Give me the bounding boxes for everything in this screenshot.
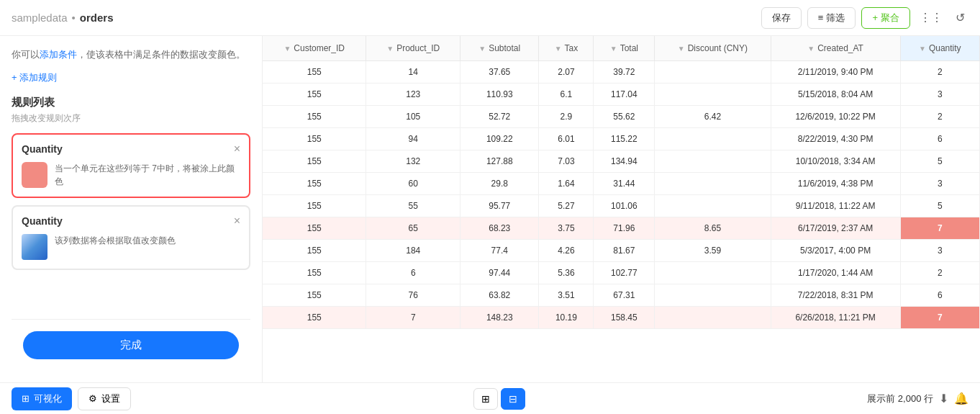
header-breadcrumb: sampledata • orders: [12, 12, 114, 24]
header-table-name: orders: [80, 12, 114, 24]
table-view-button[interactable]: ⊞: [473, 388, 498, 410]
plus-icon: +: [872, 12, 878, 23]
download-button[interactable]: ⬇: [939, 392, 948, 405]
left-panel: 你可以添加条件，使该表格中满足条件的数据改变颜色。 + 添加规则 规则列表 拖拽…: [0, 36, 263, 382]
cell-discount: [655, 84, 771, 106]
header-separator: •: [72, 12, 76, 24]
cell-product_id: 94: [366, 128, 460, 150]
table-row: 15594109.226.01115.228/22/2019, 4:30 PM6: [263, 128, 980, 150]
cell-subtotal: 97.44: [460, 262, 539, 284]
table-row: 1556568.233.7571.968.656/17/2019, 2:37 A…: [263, 217, 980, 240]
filter-button[interactable]: ≡ 筛选: [807, 7, 856, 29]
cell-total: 81.67: [594, 240, 655, 262]
table-row: 15510552.722.955.626.4212/6/2019, 10:22 …: [263, 106, 980, 128]
col-label-tax: Tax: [565, 43, 579, 53]
sort-icon-4: ▼: [555, 45, 562, 53]
cell-customer_id: 155: [263, 307, 366, 329]
table-row: 155132127.887.03134.9410/10/2018, 3:34 A…: [263, 150, 980, 173]
complete-button[interactable]: 完成: [23, 331, 239, 359]
cell-total: 31.44: [594, 173, 655, 195]
cell-customer_id: 155: [263, 240, 366, 262]
row-count-label: 展示前 2,000 行: [867, 392, 933, 405]
aggregate-button[interactable]: + 聚合: [861, 7, 910, 29]
cell-subtotal: 29.8: [460, 173, 539, 195]
rules-section: 规则列表 拖拽改变规则次序 Quantity × 当一个单元在这些列等于 7中时…: [12, 96, 250, 277]
cell-quantity: 2: [900, 61, 979, 84]
col-header-product-id[interactable]: ▼ Product_ID: [366, 36, 460, 61]
rule-card-1-title: Quantity: [22, 143, 63, 155]
cell-created_at: 12/6/2019, 10:22 PM: [771, 106, 900, 128]
cell-customer_id: 155: [263, 195, 366, 217]
cell-created_at: 11/6/2019, 4:38 PM: [771, 173, 900, 195]
cell-product_id: 132: [366, 150, 460, 173]
cell-quantity: 2: [900, 106, 979, 128]
col-header-tax[interactable]: ▼ Tax: [539, 36, 594, 61]
col-header-quantity[interactable]: ▼ Quantity: [900, 36, 979, 61]
col-header-created-at[interactable]: ▼ Created_AT: [771, 36, 900, 61]
cell-created_at: 7/22/2018, 8:31 PM: [771, 284, 900, 307]
visualize-button[interactable]: ⊞ 可视化: [12, 387, 72, 410]
cell-tax: 1.64: [539, 173, 594, 195]
cell-created_at: 6/26/2018, 11:21 PM: [771, 307, 900, 329]
cell-discount: 6.42: [655, 106, 771, 128]
settings-label: 设置: [101, 392, 120, 405]
save-button[interactable]: 保存: [761, 7, 802, 29]
rule-card-2-color-swatch[interactable]: [22, 234, 47, 260]
cell-total: 39.72: [594, 61, 655, 84]
cell-tax: 2.9: [539, 106, 594, 128]
cell-total: 134.94: [594, 150, 655, 173]
sort-icon-6: ▼: [678, 45, 685, 53]
table-row: 1557663.823.5167.317/22/2018, 8:31 PM6: [263, 284, 980, 307]
refresh-button[interactable]: ↺: [952, 7, 968, 28]
cell-created_at: 10/10/2018, 3:34 AM: [771, 150, 900, 173]
cell-created_at: 2/11/2019, 9:40 PM: [771, 61, 900, 84]
app-container: sampledata • orders 保存 ≡ 筛选 + 聚合 ⋮⋮ ↺ 你可…: [0, 0, 980, 414]
cell-tax: 4.26: [539, 240, 594, 262]
notification-button[interactable]: 🔔: [954, 392, 968, 405]
cell-customer_id: 155: [263, 284, 366, 307]
rules-title: 规则列表: [12, 96, 250, 109]
cell-quantity: 6: [900, 284, 979, 307]
cell-created_at: 5/15/2018, 8:04 AM: [771, 84, 900, 106]
rule-card-2: Quantity × 该列数据将会根据取值改变颜色: [12, 205, 250, 270]
cell-customer_id: 155: [263, 61, 366, 84]
header-actions: 保存 ≡ 筛选 + 聚合 ⋮⋮ ↺: [761, 7, 968, 29]
grid-view-button[interactable]: ⊟: [501, 388, 525, 410]
add-rule-button[interactable]: + 添加规则: [12, 71, 250, 84]
cell-tax: 6.1: [539, 84, 594, 106]
aggregate-label: 聚合: [881, 12, 899, 24]
rule-card-1-close-button[interactable]: ×: [234, 143, 240, 155]
rule-card-2-close-button[interactable]: ×: [234, 215, 240, 227]
rule-card-1-header: Quantity ×: [22, 143, 240, 155]
table-row: 15518477.44.2681.673.595/3/2017, 4:00 PM…: [263, 240, 980, 262]
add-condition-link[interactable]: 添加条件: [40, 49, 77, 60]
rule-card-1-color-swatch[interactable]: [22, 162, 47, 188]
right-panel[interactable]: ▼ Customer_ID ▼ Product_ID: [263, 36, 980, 382]
rule-card-1-description: 当一个单元在这些列等于 7中时，将被涂上此颜色: [55, 162, 240, 188]
col-header-customer-id[interactable]: ▼ Customer_ID: [263, 36, 366, 61]
rule-card-2-header: Quantity ×: [22, 215, 240, 227]
table-header-row: ▼ Customer_ID ▼ Product_ID: [263, 36, 980, 61]
cell-product_id: 6: [366, 262, 460, 284]
settings-button[interactable]: ⚙ 设置: [78, 387, 131, 410]
col-label-subtotal: Subtotal: [489, 43, 520, 53]
col-label-product-id: Product_ID: [396, 43, 440, 53]
col-header-total[interactable]: ▼ Total: [594, 36, 655, 61]
cell-product_id: 60: [366, 173, 460, 195]
cell-subtotal: 110.93: [460, 84, 539, 106]
col-header-subtotal[interactable]: ▼ Subtotal: [460, 36, 539, 61]
cell-quantity: 3: [900, 84, 979, 106]
cell-product_id: 65: [366, 217, 460, 240]
table-body: 1551437.652.0739.722/11/2019, 9:40 PM215…: [263, 61, 980, 329]
cell-product_id: 184: [366, 240, 460, 262]
col-header-discount[interactable]: ▼ Discount (CNY): [655, 36, 771, 61]
sort-icon-5: ▼: [610, 45, 617, 53]
cell-discount: [655, 307, 771, 329]
cell-discount: [655, 195, 771, 217]
cell-discount: [655, 173, 771, 195]
cell-quantity: 3: [900, 173, 979, 195]
cell-tax: 7.03: [539, 150, 594, 173]
columns-button[interactable]: ⋮⋮: [916, 7, 946, 28]
cell-tax: 6.01: [539, 128, 594, 150]
cell-product_id: 14: [366, 61, 460, 84]
